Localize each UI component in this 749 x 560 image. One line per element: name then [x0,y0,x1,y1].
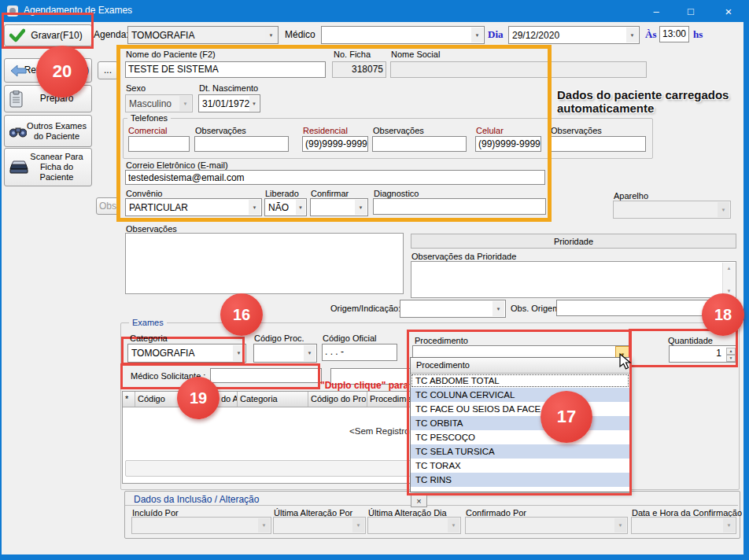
origem-label: Origem/Indicação: [330,304,400,313]
nascimento-select[interactable]: 31/01/1972▼ [198,94,260,112]
close-icon[interactable]: × [708,0,749,22]
chevron-down-icon: ▼ [258,518,270,532]
app-window: Agendamento de Exames – □ × Agenda: TOMO… [0,0,749,560]
grid-col-codigo-procedimento[interactable]: Código do Pro [308,392,367,407]
convenio-select[interactable]: PARTICULAR▼ [125,198,262,216]
search-patient-button[interactable]: ... [98,61,118,79]
quantidade-stepper[interactable]: 1 ▲ ▼ [669,345,738,363]
list-item[interactable]: TC PESCOÇO [411,430,629,444]
scroll-up-icon[interactable]: ▲ [723,263,735,274]
origem-select[interactable]: ▼ [400,300,506,318]
badge-20: 20 [36,46,88,98]
confirmado-por-select: ▼ [465,517,628,534]
nome-paciente-label: Nome do Paciente (F2) [126,50,216,59]
window-title: Agendamento de Exames [24,5,132,16]
vertical-scrollbar[interactable]: ▲ ▼ [722,263,735,297]
chevron-down-icon[interactable]: ▼ [304,345,315,361]
scanner-icon [9,160,28,175]
list-item[interactable]: TC SELA TURSICA [411,444,629,459]
agenda-select[interactable]: TOMOGRAFIA▼ [127,26,279,44]
categoria-label: Categoria [130,333,168,343]
chevron-down-icon: ▼ [718,202,729,217]
ultima-alteracao-dia-select: ▼ [367,517,461,534]
procedimento-dropdown: Procedimento TC ABDOME TOTAL TC COLUNA C… [410,357,630,492]
codigo-oficial-input[interactable]: . . . - [322,344,397,361]
grid-horizontal-scrollbar[interactable] [125,460,416,477]
scanear-button[interactable]: Scanear Para Ficha do Paciente [4,148,92,186]
chevron-down-icon: ▼ [352,518,364,532]
inclusao-title: Dados da Inclusão / Alteração [134,494,259,505]
procedimento-label: Procedimento [415,336,468,345]
ficha-label: No. Ficha [334,50,371,59]
obs-comercial-label: Observações [195,126,246,135]
inclusao-divider [125,505,738,506]
double-click-note: "Duplo clique" para [320,380,410,391]
minimize-icon[interactable]: – [639,0,673,22]
chevron-down-icon[interactable]: ▼ [249,200,260,215]
dropdown-header: Procedimento [411,358,629,374]
chevron-down-icon[interactable]: ▼ [265,28,277,42]
app-icon [6,5,19,17]
ficha-input: 318075 [332,61,386,78]
prioridade-header[interactable]: Prioridade [411,234,736,249]
dropdown-close-icon[interactable]: × [411,494,427,507]
list-item[interactable]: TC RINS [411,473,629,487]
chevron-down-icon: ▼ [614,518,626,532]
obs-celular-input[interactable] [550,136,646,152]
spin-down-icon[interactable]: ▼ [726,355,736,362]
confirmar-select[interactable]: ▼ [310,198,368,216]
medico-solicitante-input[interactable] [210,368,322,383]
exames-title: Exames [129,318,167,327]
diagnostico-input[interactable] [373,198,546,215]
confirmar-label: Confirmar [311,189,349,198]
comercial-input[interactable] [128,136,190,152]
exames-grid[interactable]: * Código Código do A Categoria Código do… [122,391,419,484]
obs-residencial-input[interactable] [372,136,467,152]
liberado-select[interactable]: NÃO▼ [264,198,307,216]
celular-input[interactable]: (99)9999-9999 [475,136,541,152]
patient-note: Dados do paciente carregados automaticam… [557,88,746,115]
check-icon [9,28,25,42]
list-item[interactable]: TC FACE OU SEIOS DA FACE [411,402,629,416]
grid-marker-icon: * [123,392,135,407]
nome-paciente-input[interactable]: TESTE DE SISTEMA [125,61,326,78]
obs-button[interactable]: Obs [96,197,120,215]
nome-social-label: Nome Social [391,50,440,59]
comercial-label: Comercial [128,126,168,135]
chevron-down-icon[interactable]: ▼ [233,345,245,361]
hs-label: hs [693,28,703,41]
dia-select[interactable]: 29/12/2020▼ [508,26,640,44]
sexo-select: Masculino▼ [125,94,193,112]
maximize-icon[interactable]: □ [673,0,708,22]
obs-prioridade-label: Observações da Prioridade [411,252,516,261]
chevron-down-icon[interactable]: ▼ [493,301,504,316]
obs-prioridade-textarea[interactable]: ▲ ▼ [411,261,736,298]
aparelho-label: Aparelho [614,191,648,201]
list-item[interactable]: TC COLUNA CERVICAL [411,388,629,402]
medico-select[interactable]: ▼ [321,26,485,44]
hora-label: Às [645,28,656,41]
outros-exames-button[interactable]: Outros Exames do Paciente [4,115,92,147]
email-input[interactable]: testedesistema@email.com [125,170,545,185]
spinner-buttons[interactable]: ▲ ▼ [726,348,736,362]
list-item[interactable]: TC TORAX [411,459,629,473]
list-item[interactable]: TC ABDOME TOTAL [411,374,629,388]
codigo-proc-select[interactable]: ▼ [253,344,317,363]
chevron-down-icon[interactable]: ▼ [249,96,259,111]
chevron-down-icon[interactable]: ▼ [471,28,483,42]
residencial-input[interactable]: (99)9999-9999 [302,136,368,152]
binoculars-icon [9,125,27,138]
chevron-down-icon[interactable]: ▼ [355,200,367,215]
obs-comercial-input[interactable] [194,136,289,152]
hora-input[interactable]: 13:00 [659,26,689,42]
chevron-down-icon[interactable]: ▼ [296,200,305,215]
observacoes-textarea[interactable] [125,233,404,294]
nascimento-label: Dt. Nascimento [199,83,258,93]
telefones-title: Telefones [127,113,171,123]
badge-18: 18 [702,293,744,336]
chevron-down-icon[interactable]: ▼ [626,28,638,42]
grid-col-categoria[interactable]: Categoria [238,392,308,407]
list-item[interactable]: TC ORBITA [411,416,629,430]
gravar-button[interactable]: Gravar(F10) [4,24,92,46]
categoria-select[interactable]: TOMOGRAFIA▼ [127,344,246,363]
